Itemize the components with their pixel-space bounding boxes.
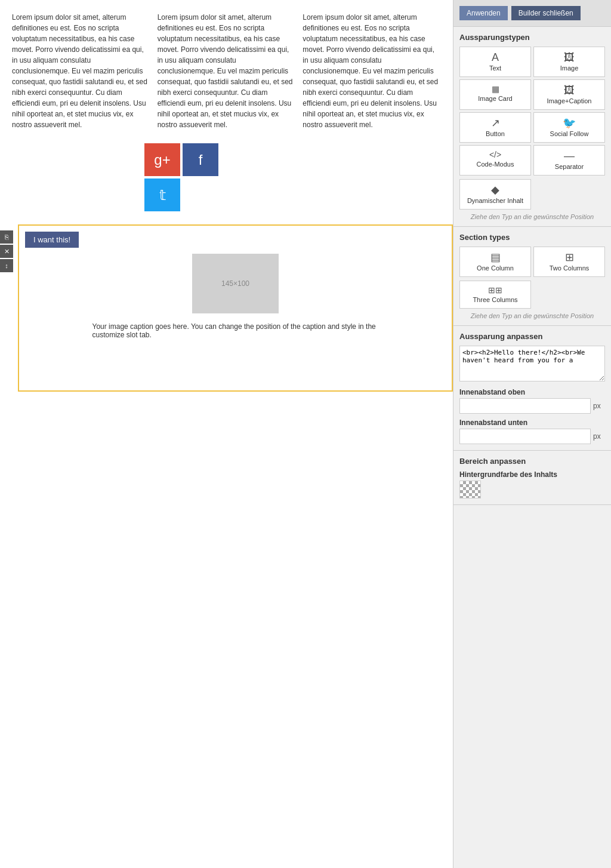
section-types-title: Section types bbox=[459, 233, 605, 242]
image-caption-type-label: Image+Caption bbox=[547, 97, 592, 104]
slot-type-social-follow[interactable]: 🐦 Social Follow bbox=[533, 112, 605, 143]
separator-type-icon: — bbox=[564, 150, 575, 161]
padding-bottom-input[interactable] bbox=[459, 429, 591, 444]
image-caption-text: Your image caption goes here. You can ch… bbox=[92, 319, 379, 342]
image-type-label: Image bbox=[560, 64, 579, 72]
dynamic-type-label: Dynamischer Inhalt bbox=[467, 197, 523, 204]
lorem-text-2: Lorem ipsum dolor sit amet, alterum defi… bbox=[158, 13, 293, 129]
slot-type-button[interactable]: ↗ Button bbox=[459, 112, 531, 143]
slot-types-panel: Aussparungstypen A Text 🖼 Image ▦ Image … bbox=[453, 27, 611, 227]
slot-type-image-caption[interactable]: 🖼 Image+Caption bbox=[533, 79, 605, 110]
bg-color-picker[interactable] bbox=[459, 481, 481, 498]
social-icons-section: g+ f 𝕥 bbox=[0, 136, 453, 224]
padding-bottom-row: px bbox=[459, 429, 605, 444]
image-caption-type-icon: 🖼 bbox=[564, 85, 575, 96]
text-type-icon: A bbox=[492, 52, 499, 63]
two-columns-label: Two Columns bbox=[550, 264, 590, 272]
google-plus-icon[interactable]: g+ bbox=[144, 143, 180, 176]
customize-area-title: Bereich anpassen bbox=[459, 457, 605, 466]
padding-top-label: Innenabstand oben bbox=[459, 388, 605, 396]
slot-type-text[interactable]: A Text bbox=[459, 47, 531, 77]
padding-top-row: px bbox=[459, 398, 605, 414]
image-placeholder: 145×100 bbox=[192, 254, 279, 313]
padding-bottom-label: Innenabstand unten bbox=[459, 418, 605, 427]
slot-type-separator[interactable]: — Separator bbox=[533, 145, 605, 176]
want-this-button[interactable]: I want this! bbox=[25, 232, 79, 248]
selected-slot: I want this! 145×100 Your image caption … bbox=[18, 224, 453, 392]
text-column-1: Lorem ipsum dolor sit amet, alterum defi… bbox=[12, 12, 158, 130]
slot-copy-button[interactable]: ⎘ bbox=[0, 230, 13, 244]
three-column-section: Lorem ipsum dolor sit amet, alterum defi… bbox=[0, 0, 453, 136]
social-icons-container: g+ f 𝕥 bbox=[143, 142, 221, 213]
padding-top-input[interactable] bbox=[459, 398, 591, 414]
button-type-icon: ↗ bbox=[491, 118, 500, 128]
section-type-one-column[interactable]: ▤ One Column bbox=[459, 247, 531, 277]
close-builder-button[interactable]: Builder schließen bbox=[511, 6, 581, 20]
three-columns-icon: ⊞⊞ bbox=[488, 286, 502, 294]
button-type-label: Button bbox=[486, 130, 505, 137]
image-card-type-icon: ▦ bbox=[492, 85, 499, 93]
customize-slot-panel: Aussparung anpassen <br><h2>Hello there!… bbox=[453, 326, 611, 451]
dynamic-type-icon: ◆ bbox=[491, 184, 499, 195]
text-column-2: Lorem ipsum dolor sit amet, alterum defi… bbox=[158, 12, 303, 130]
slot-type-code[interactable]: </> Code-Modus bbox=[459, 145, 531, 176]
social-follow-type-icon: 🐦 bbox=[563, 118, 576, 128]
slot-delete-button[interactable]: ✕ bbox=[0, 245, 13, 258]
text-type-label: Text bbox=[489, 64, 501, 72]
slot-type-dynamic[interactable]: ◆ Dynamischer Inhalt bbox=[459, 179, 531, 210]
code-type-icon: </> bbox=[489, 150, 501, 159]
facebook-icon[interactable]: f bbox=[183, 143, 218, 176]
apply-button[interactable]: Anwenden bbox=[459, 6, 508, 20]
one-column-label: One Column bbox=[477, 264, 514, 272]
three-columns-label: Three Columns bbox=[473, 296, 517, 303]
lorem-text-1: Lorem ipsum dolor sit amet, alterum defi… bbox=[12, 13, 147, 129]
customize-slot-title: Aussparung anpassen bbox=[459, 332, 605, 341]
section-types-extra-grid: ⊞⊞ Three Columns bbox=[459, 281, 605, 309]
slot-type-image-card[interactable]: ▦ Image Card bbox=[459, 79, 531, 110]
padding-top-unit: px bbox=[593, 402, 605, 410]
section-types-grid: ▤ One Column ⊞ Two Columns bbox=[459, 247, 605, 277]
lorem-text-3: Lorem ipsum dolor sit amet, alterum defi… bbox=[303, 13, 438, 129]
bg-color-label: Hintergrundfarbe des Inhalts bbox=[459, 470, 605, 479]
slot-controls: ⎘ ✕ ↕ bbox=[0, 230, 13, 272]
slot-types-grid: A Text 🖼 Image ▦ Image Card 🖼 Image+Capt… bbox=[459, 47, 605, 176]
code-type-label: Code-Modus bbox=[477, 161, 514, 168]
sidebar: Anwenden Builder schließen Aussparungsty… bbox=[453, 0, 611, 868]
section-types-panel: Section types ▤ One Column ⊞ Two Columns… bbox=[453, 227, 611, 326]
separator-type-label: Separator bbox=[555, 163, 584, 170]
social-follow-type-label: Social Follow bbox=[550, 130, 589, 137]
main-content: Lorem ipsum dolor sit amet, alterum defi… bbox=[0, 0, 453, 868]
slot-types-drag-hint: Ziehe den Typ an die gewünschte Position bbox=[459, 213, 605, 220]
slot-types-title: Aussparungstypen bbox=[459, 33, 605, 42]
two-columns-icon: ⊞ bbox=[565, 252, 574, 263]
twitter-icon[interactable]: 𝕥 bbox=[144, 178, 180, 211]
slot-content-textarea[interactable]: <br><h2>Hello there!</h2><br>We haven't … bbox=[459, 346, 605, 381]
slot-move-button[interactable]: ↕ bbox=[0, 259, 13, 272]
padding-bottom-unit: px bbox=[593, 432, 605, 441]
section-type-two-columns[interactable]: ⊞ Two Columns bbox=[533, 247, 605, 277]
text-column-3: Lorem ipsum dolor sit amet, alterum defi… bbox=[303, 12, 441, 130]
one-column-icon: ▤ bbox=[490, 252, 501, 263]
customize-area-panel: Bereich anpassen Hintergrundfarbe des In… bbox=[453, 451, 611, 505]
slot-type-image[interactable]: 🖼 Image bbox=[533, 47, 605, 77]
image-type-icon: 🖼 bbox=[564, 52, 575, 63]
section-type-three-columns[interactable]: ⊞⊞ Three Columns bbox=[459, 281, 531, 309]
section-types-drag-hint: Ziehe den Typ an die gewünschte Position bbox=[459, 312, 605, 319]
image-card-type-label: Image Card bbox=[478, 95, 512, 102]
sidebar-toolbar: Anwenden Builder schließen bbox=[453, 0, 611, 27]
slot-types-extra-grid: ◆ Dynamischer Inhalt bbox=[459, 179, 605, 210]
